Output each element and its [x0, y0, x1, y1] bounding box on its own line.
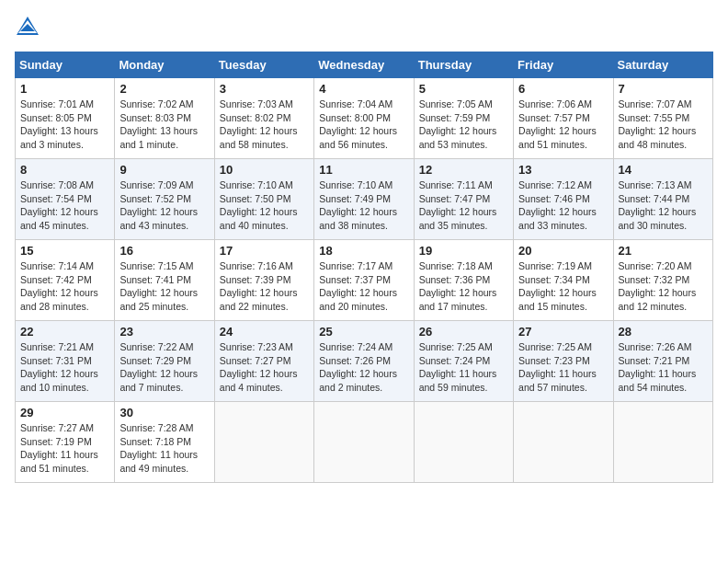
day-number: 2	[119, 82, 209, 96]
day-info: Sunrise: 7:21 AMSunset: 7:31 PMDaylight:…	[20, 341, 98, 393]
table-row	[214, 402, 313, 483]
day-info: Sunrise: 7:20 AMSunset: 7:32 PMDaylight:…	[619, 260, 697, 312]
day-info: Sunrise: 7:25 AMSunset: 7:23 PMDaylight:…	[518, 341, 597, 393]
day-number: 7	[619, 82, 708, 96]
day-info: Sunrise: 7:09 AMSunset: 7:52 PMDaylight:…	[119, 179, 198, 231]
calendar-week-row: 22 Sunrise: 7:21 AMSunset: 7:31 PMDaylig…	[16, 321, 713, 402]
table-row: 22 Sunrise: 7:21 AMSunset: 7:31 PMDaylig…	[16, 321, 115, 402]
day-number: 11	[319, 163, 408, 177]
day-info: Sunrise: 7:04 AMSunset: 8:00 PMDaylight:…	[319, 98, 397, 150]
table-row: 5 Sunrise: 7:05 AMSunset: 7:59 PMDayligh…	[414, 78, 513, 159]
day-number: 30	[119, 406, 209, 419]
day-info: Sunrise: 7:16 AMSunset: 7:39 PMDaylight:…	[220, 260, 298, 312]
table-row: 28 Sunrise: 7:26 AMSunset: 7:21 PMDaylig…	[613, 321, 712, 402]
day-number: 15	[20, 244, 109, 258]
table-row	[314, 402, 414, 483]
day-info: Sunrise: 7:10 AMSunset: 7:49 PMDaylight:…	[319, 179, 397, 231]
table-row	[414, 402, 513, 483]
table-row: 2 Sunrise: 7:02 AMSunset: 8:03 PMDayligh…	[115, 78, 214, 159]
day-info: Sunrise: 7:14 AMSunset: 7:42 PMDaylight:…	[20, 260, 98, 312]
day-number: 26	[419, 325, 508, 339]
day-info: Sunrise: 7:06 AMSunset: 7:57 PMDaylight:…	[518, 98, 597, 150]
calendar-week-row: 15 Sunrise: 7:14 AMSunset: 7:42 PMDaylig…	[16, 240, 713, 321]
day-info: Sunrise: 7:18 AMSunset: 7:36 PMDaylight:…	[419, 260, 497, 312]
day-info: Sunrise: 7:15 AMSunset: 7:41 PMDaylight:…	[119, 260, 198, 312]
day-info: Sunrise: 7:26 AMSunset: 7:21 PMDaylight:…	[619, 341, 697, 393]
calendar-week-row: 29 Sunrise: 7:27 AMSunset: 7:19 PMDaylig…	[16, 402, 713, 483]
calendar-table: Sunday Monday Tuesday Wednesday Thursday…	[15, 52, 713, 483]
day-info: Sunrise: 7:10 AMSunset: 7:50 PMDaylight:…	[220, 179, 298, 231]
calendar-week-row: 8 Sunrise: 7:08 AMSunset: 7:54 PMDayligh…	[16, 159, 713, 240]
table-row: 23 Sunrise: 7:22 AMSunset: 7:29 PMDaylig…	[115, 321, 214, 402]
day-info: Sunrise: 7:24 AMSunset: 7:26 PMDaylight:…	[319, 341, 397, 393]
table-row	[613, 402, 712, 483]
day-info: Sunrise: 7:13 AMSunset: 7:44 PMDaylight:…	[619, 179, 697, 231]
day-number: 28	[619, 325, 708, 339]
table-row: 19 Sunrise: 7:18 AMSunset: 7:36 PMDaylig…	[414, 240, 513, 321]
col-friday: Friday	[514, 52, 613, 78]
col-sunday: Sunday	[16, 52, 115, 78]
table-row: 6 Sunrise: 7:06 AMSunset: 7:57 PMDayligh…	[514, 78, 613, 159]
day-info: Sunrise: 7:03 AMSunset: 8:02 PMDaylight:…	[220, 98, 298, 150]
day-info: Sunrise: 7:05 AMSunset: 7:59 PMDaylight:…	[419, 98, 497, 150]
day-info: Sunrise: 7:28 AMSunset: 7:18 PMDaylight:…	[119, 422, 198, 474]
day-info: Sunrise: 7:07 AMSunset: 7:55 PMDaylight:…	[619, 98, 697, 150]
day-number: 19	[419, 244, 508, 258]
day-info: Sunrise: 7:08 AMSunset: 7:54 PMDaylight:…	[20, 179, 98, 231]
table-row	[514, 402, 613, 483]
day-number: 6	[518, 82, 608, 96]
table-row: 25 Sunrise: 7:24 AMSunset: 7:26 PMDaylig…	[314, 321, 414, 402]
table-row: 13 Sunrise: 7:12 AMSunset: 7:46 PMDaylig…	[514, 159, 613, 240]
day-info: Sunrise: 7:01 AMSunset: 8:05 PMDaylight:…	[20, 98, 98, 150]
table-row: 27 Sunrise: 7:25 AMSunset: 7:23 PMDaylig…	[514, 321, 613, 402]
day-number: 25	[319, 325, 408, 339]
calendar-header-row: Sunday Monday Tuesday Wednesday Thursday…	[16, 52, 713, 78]
col-monday: Monday	[115, 52, 214, 78]
page-header	[15, 15, 713, 40]
day-number: 27	[518, 325, 608, 339]
day-number: 22	[20, 325, 109, 339]
table-row: 20 Sunrise: 7:19 AMSunset: 7:34 PMDaylig…	[514, 240, 613, 321]
day-number: 9	[119, 163, 209, 177]
day-number: 8	[20, 163, 109, 177]
col-thursday: Thursday	[414, 52, 513, 78]
table-row: 9 Sunrise: 7:09 AMSunset: 7:52 PMDayligh…	[115, 159, 214, 240]
table-row: 8 Sunrise: 7:08 AMSunset: 7:54 PMDayligh…	[16, 159, 115, 240]
day-info: Sunrise: 7:02 AMSunset: 8:03 PMDaylight:…	[119, 98, 198, 150]
day-number: 13	[518, 163, 608, 177]
day-number: 18	[319, 244, 408, 258]
logo	[15, 15, 44, 40]
table-row: 14 Sunrise: 7:13 AMSunset: 7:44 PMDaylig…	[613, 159, 712, 240]
table-row: 4 Sunrise: 7:04 AMSunset: 8:00 PMDayligh…	[314, 78, 414, 159]
table-row: 18 Sunrise: 7:17 AMSunset: 7:37 PMDaylig…	[314, 240, 414, 321]
day-info: Sunrise: 7:22 AMSunset: 7:29 PMDaylight:…	[119, 341, 198, 393]
day-number: 12	[419, 163, 508, 177]
table-row: 10 Sunrise: 7:10 AMSunset: 7:50 PMDaylig…	[214, 159, 313, 240]
day-number: 1	[20, 82, 109, 96]
day-number: 14	[619, 163, 708, 177]
day-number: 24	[220, 325, 309, 339]
table-row: 3 Sunrise: 7:03 AMSunset: 8:02 PMDayligh…	[214, 78, 313, 159]
day-number: 4	[319, 82, 408, 96]
day-number: 5	[419, 82, 508, 96]
logo-icon	[15, 15, 40, 40]
table-row: 15 Sunrise: 7:14 AMSunset: 7:42 PMDaylig…	[16, 240, 115, 321]
day-number: 16	[119, 244, 209, 258]
table-row: 24 Sunrise: 7:23 AMSunset: 7:27 PMDaylig…	[214, 321, 313, 402]
table-row: 1 Sunrise: 7:01 AMSunset: 8:05 PMDayligh…	[16, 78, 115, 159]
table-row: 29 Sunrise: 7:27 AMSunset: 7:19 PMDaylig…	[16, 402, 115, 483]
col-tuesday: Tuesday	[214, 52, 313, 78]
day-info: Sunrise: 7:23 AMSunset: 7:27 PMDaylight:…	[220, 341, 298, 393]
table-row: 30 Sunrise: 7:28 AMSunset: 7:18 PMDaylig…	[115, 402, 214, 483]
table-row: 16 Sunrise: 7:15 AMSunset: 7:41 PMDaylig…	[115, 240, 214, 321]
day-number: 23	[119, 325, 209, 339]
day-number: 29	[20, 406, 109, 419]
table-row: 12 Sunrise: 7:11 AMSunset: 7:47 PMDaylig…	[414, 159, 513, 240]
calendar-week-row: 1 Sunrise: 7:01 AMSunset: 8:05 PMDayligh…	[16, 78, 713, 159]
day-info: Sunrise: 7:12 AMSunset: 7:46 PMDaylight:…	[518, 179, 597, 231]
day-number: 17	[220, 244, 309, 258]
day-info: Sunrise: 7:11 AMSunset: 7:47 PMDaylight:…	[419, 179, 497, 231]
day-number: 3	[220, 82, 309, 96]
table-row: 26 Sunrise: 7:25 AMSunset: 7:24 PMDaylig…	[414, 321, 513, 402]
table-row: 11 Sunrise: 7:10 AMSunset: 7:49 PMDaylig…	[314, 159, 414, 240]
